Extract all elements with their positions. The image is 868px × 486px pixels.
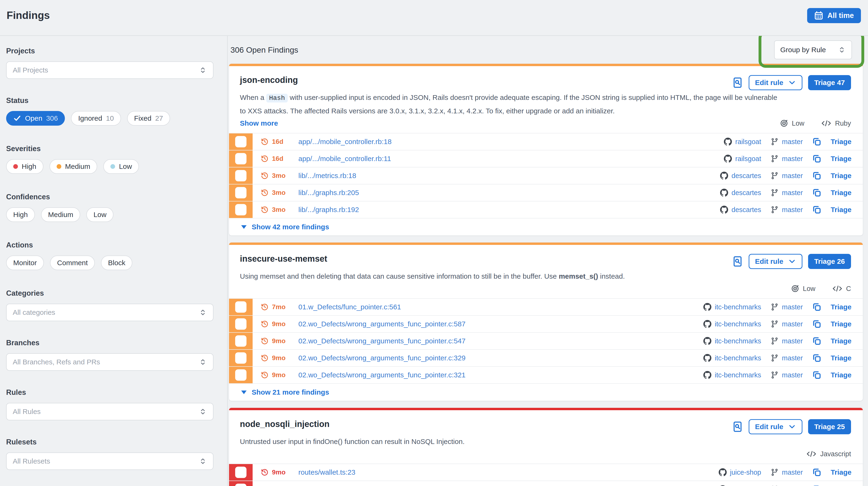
row-checkbox[interactable] bbox=[235, 170, 247, 181]
file-search-icon[interactable] bbox=[732, 421, 743, 432]
severity-strip bbox=[229, 150, 253, 167]
row-checkbox[interactable] bbox=[235, 153, 247, 164]
triage-link[interactable]: Triage bbox=[831, 303, 851, 311]
file-search-icon[interactable] bbox=[732, 77, 743, 88]
branch-link[interactable]: master bbox=[782, 468, 803, 476]
row-checkbox[interactable] bbox=[235, 301, 247, 313]
branch-link[interactable]: master bbox=[782, 189, 803, 197]
copy-icon[interactable] bbox=[812, 303, 821, 312]
file-search-icon[interactable] bbox=[732, 256, 743, 267]
repo-link[interactable]: itc-benchmarks bbox=[715, 371, 761, 379]
triage-button[interactable]: Triage 26 bbox=[808, 254, 851, 269]
repo-link[interactable]: juice-shop bbox=[730, 468, 761, 476]
copy-icon[interactable] bbox=[812, 371, 821, 379]
triage-button[interactable]: Triage 25 bbox=[808, 419, 851, 434]
finding-path-link[interactable]: lib/.../metrics.rb:18 bbox=[299, 172, 356, 180]
triage-link[interactable]: Triage bbox=[831, 189, 851, 197]
finding-path-link[interactable]: 02.wo_Defects/wrong_arguments_func_point… bbox=[299, 354, 466, 362]
triage-link[interactable]: Triage bbox=[831, 172, 851, 180]
row-checkbox[interactable] bbox=[235, 484, 247, 486]
repo-link[interactable]: itc-benchmarks bbox=[715, 337, 761, 345]
branch-link[interactable]: master bbox=[782, 206, 803, 214]
row-checkbox[interactable] bbox=[235, 136, 247, 147]
confidence-pill-high[interactable]: High bbox=[6, 207, 35, 222]
triage-link[interactable]: Triage bbox=[831, 371, 851, 379]
status-pill-open[interactable]: Open 306 bbox=[6, 111, 65, 126]
copy-icon[interactable] bbox=[812, 468, 821, 477]
branch-link[interactable]: master bbox=[782, 354, 803, 362]
triage-link[interactable]: Triage bbox=[831, 206, 851, 214]
triage-link[interactable]: Triage bbox=[831, 320, 851, 328]
edit-rule-button[interactable]: Edit rule bbox=[749, 254, 802, 269]
branch-link[interactable]: master bbox=[782, 337, 803, 345]
row-checkbox[interactable] bbox=[235, 204, 247, 216]
finding-path-link[interactable]: 02.wo_Defects/wrong_arguments_func_point… bbox=[299, 337, 466, 345]
branch-link[interactable]: master bbox=[782, 303, 803, 311]
copy-icon[interactable] bbox=[812, 337, 821, 345]
severity-pill-high[interactable]: High bbox=[6, 159, 43, 174]
rules-select[interactable]: All Rules bbox=[6, 403, 214, 420]
show-more-findings[interactable]: Show 21 more findings bbox=[229, 383, 863, 401]
rulesets-select[interactable]: All Rulesets bbox=[6, 453, 214, 470]
categories-select[interactable]: All categories bbox=[6, 304, 214, 321]
row-checkbox[interactable] bbox=[235, 335, 247, 347]
all-time-button[interactable]: All time bbox=[807, 8, 861, 23]
action-pill-block[interactable]: Block bbox=[101, 256, 132, 270]
projects-select[interactable]: All Projects bbox=[6, 61, 214, 79]
edit-rule-button[interactable]: Edit rule bbox=[749, 75, 802, 90]
copy-icon[interactable] bbox=[812, 137, 821, 146]
branch-link[interactable]: master bbox=[782, 155, 803, 163]
show-more-findings[interactable]: Show 42 more findings bbox=[229, 218, 863, 235]
triage-link[interactable]: Triage bbox=[831, 468, 851, 476]
copy-icon[interactable] bbox=[812, 188, 821, 197]
row-checkbox[interactable] bbox=[235, 187, 247, 198]
branches-select[interactable]: All Branches, Refs and PRs bbox=[6, 353, 214, 371]
finding-path-link[interactable]: lib/.../graphs.rb:192 bbox=[299, 206, 359, 214]
repo-link[interactable]: itc-benchmarks bbox=[715, 303, 761, 311]
repo-link[interactable]: descartes bbox=[732, 189, 761, 197]
finding-path-link[interactable]: 02.wo_Defects/wrong_arguments_func_point… bbox=[299, 371, 466, 379]
finding-path-link[interactable]: 01.w_Defects/func_pointer.c:561 bbox=[299, 303, 401, 311]
row-checkbox[interactable] bbox=[235, 318, 247, 330]
row-checkbox[interactable] bbox=[235, 369, 247, 381]
copy-icon[interactable] bbox=[812, 485, 821, 486]
copy-icon[interactable] bbox=[812, 353, 821, 363]
row-checkbox[interactable] bbox=[235, 352, 247, 364]
severity-pill-low[interactable]: Low bbox=[103, 159, 139, 174]
triage-button[interactable]: Triage 47 bbox=[808, 75, 851, 90]
copy-icon[interactable] bbox=[812, 154, 821, 163]
action-pill-comment[interactable]: Comment bbox=[50, 256, 95, 270]
repo-link[interactable]: descartes bbox=[732, 206, 761, 214]
confidence-pill-low[interactable]: Low bbox=[86, 207, 114, 222]
triage-link[interactable]: Triage bbox=[831, 354, 851, 362]
repo-link[interactable]: itc-benchmarks bbox=[715, 354, 761, 362]
finding-path-link[interactable]: routes/wallet.ts:23 bbox=[299, 468, 355, 476]
copy-icon[interactable] bbox=[812, 319, 821, 328]
group-by-select[interactable]: Group by Rule bbox=[774, 40, 852, 59]
triage-link[interactable]: Triage bbox=[831, 138, 851, 146]
confidence-pill-medium[interactable]: Medium bbox=[41, 207, 81, 222]
triage-link[interactable]: Triage bbox=[831, 337, 851, 345]
severity-pill-medium[interactable]: Medium bbox=[50, 159, 97, 174]
copy-icon[interactable] bbox=[812, 171, 821, 180]
row-checkbox[interactable] bbox=[235, 467, 247, 478]
status-pill-fixed[interactable]: Fixed 27 bbox=[127, 111, 170, 126]
repo-link[interactable]: railsgoat bbox=[735, 138, 761, 146]
triage-link[interactable]: Triage bbox=[831, 155, 851, 163]
branch-link[interactable]: master bbox=[782, 138, 803, 146]
repo-link[interactable]: itc-benchmarks bbox=[715, 320, 761, 328]
finding-path-link[interactable]: app/.../mobile_controller.rb:11 bbox=[299, 155, 391, 163]
finding-path-link[interactable]: lib/.../graphs.rb:205 bbox=[299, 189, 359, 197]
edit-rule-button[interactable]: Edit rule bbox=[749, 419, 802, 434]
branch-link[interactable]: master bbox=[782, 172, 803, 180]
finding-path-link[interactable]: 02.wo_Defects/wrong_arguments_func_point… bbox=[299, 320, 466, 328]
finding-path-link[interactable]: app/.../mobile_controller.rb:18 bbox=[299, 138, 392, 146]
copy-icon[interactable] bbox=[812, 205, 821, 214]
action-pill-monitor[interactable]: Monitor bbox=[6, 256, 44, 270]
branch-link[interactable]: master bbox=[782, 371, 803, 379]
status-pill-ignored[interactable]: Ignored 10 bbox=[71, 111, 121, 126]
show-more-link[interactable]: Show more bbox=[240, 119, 278, 127]
branch-link[interactable]: master bbox=[782, 320, 803, 328]
repo-link[interactable]: railsgoat bbox=[735, 155, 761, 163]
repo-link[interactable]: descartes bbox=[732, 172, 761, 180]
